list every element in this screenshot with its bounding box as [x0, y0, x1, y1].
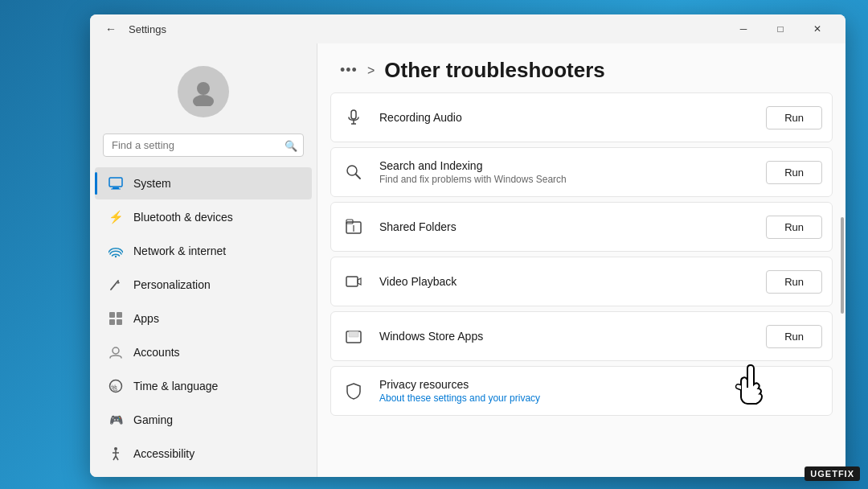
- sidebar-item-time[interactable]: 地 Time & language: [95, 370, 312, 402]
- troubleshooter-list: Recording Audio Run Search and Indexing: [317, 92, 845, 416]
- close-button[interactable]: ✕: [799, 14, 836, 43]
- window-title: Settings: [129, 23, 166, 35]
- accessibility-label: Accessibility: [133, 447, 194, 460]
- svg-rect-4: [111, 189, 121, 190]
- svg-line-24: [356, 175, 360, 179]
- apps-label: Apps: [133, 312, 159, 325]
- privacy-resources-item: Privacy resources About these settings a…: [330, 366, 833, 416]
- sidebar-item-system[interactable]: System: [95, 167, 312, 199]
- page-title: Other troubleshooters: [384, 58, 604, 83]
- gaming-icon: 🎮: [108, 412, 124, 428]
- search-box: 🔍: [103, 134, 304, 157]
- breadcrumb-dots: •••: [340, 62, 358, 79]
- shared-folders-info: Shared Folders: [379, 220, 753, 233]
- search-indexing-run-button[interactable]: Run: [766, 161, 822, 184]
- time-label: Time & language: [133, 380, 218, 392]
- sidebar-item-network[interactable]: Network & internet: [95, 235, 312, 267]
- recording-audio-name: Recording Audio: [379, 111, 753, 124]
- svg-rect-10: [109, 319, 115, 325]
- svg-point-23: [347, 166, 357, 175]
- shared-folders-name: Shared Folders: [379, 220, 753, 233]
- svg-point-0: [197, 82, 210, 95]
- video-playback-name: Video Playback: [379, 275, 753, 288]
- search-icon: 🔍: [285, 139, 297, 151]
- apps-icon: [108, 310, 124, 327]
- sidebar-item-gaming[interactable]: 🎮 Gaming: [95, 404, 312, 436]
- system-icon: [108, 175, 124, 191]
- main-content: ••• > Other troubleshooters: [317, 43, 845, 477]
- video-playback-icon: [341, 269, 366, 294]
- svg-rect-8: [109, 312, 115, 318]
- back-button[interactable]: ←: [100, 18, 122, 40]
- svg-line-6: [111, 281, 118, 290]
- sidebar: 🔍 System ⚡ Bluetooth & devices: [90, 43, 317, 477]
- accessibility-icon: [108, 446, 124, 462]
- scrollbar-track: [839, 43, 845, 477]
- recording-audio-run-button[interactable]: Run: [766, 106, 822, 129]
- svg-line-18: [113, 456, 116, 460]
- search-indexing-desc: Find and fix problems with Windows Searc…: [379, 174, 753, 185]
- troubleshooter-video-playback: Video Playback Run: [330, 257, 833, 306]
- svg-rect-30: [349, 331, 358, 337]
- gaming-label: Gaming: [133, 413, 173, 426]
- svg-rect-28: [346, 277, 358, 286]
- svg-point-15: [114, 447, 117, 450]
- svg-rect-2: [109, 178, 122, 187]
- search-indexing-name: Search and Indexing: [379, 159, 753, 172]
- svg-rect-9: [117, 312, 122, 318]
- video-playback-run-button[interactable]: Run: [766, 270, 822, 294]
- maximize-button[interactable]: □: [762, 14, 799, 43]
- window-body: 🔍 System ⚡ Bluetooth & devices: [90, 43, 845, 477]
- troubleshooter-recording-audio: Recording Audio Run: [330, 92, 833, 142]
- network-icon: [108, 243, 124, 259]
- breadcrumb-separator: >: [367, 64, 375, 78]
- sidebar-item-accounts[interactable]: Accounts: [95, 336, 312, 368]
- search-indexing-icon: [341, 159, 366, 185]
- privacy-icon: [341, 378, 366, 404]
- svg-line-19: [116, 456, 118, 460]
- svg-point-12: [113, 347, 119, 354]
- minimize-button[interactable]: ─: [725, 14, 762, 43]
- troubleshooter-shared-folders: Shared Folders Run: [330, 202, 833, 252]
- svg-rect-20: [351, 110, 356, 119]
- search-indexing-info: Search and Indexing Find and fix problem…: [379, 159, 753, 185]
- svg-point-5: [115, 256, 117, 257]
- troubleshooter-windows-store: Windows Store Apps Run: [330, 311, 833, 361]
- network-label: Network & internet: [133, 244, 226, 257]
- accounts-icon: [108, 344, 124, 360]
- accounts-label: Accounts: [133, 346, 180, 359]
- bluetooth-icon: ⚡: [108, 209, 124, 225]
- settings-window: ← Settings ─ □ ✕ 🔍: [90, 14, 845, 477]
- privacy-info: Privacy resources About these settings a…: [379, 378, 822, 404]
- sidebar-item-apps[interactable]: Apps: [95, 302, 312, 335]
- system-label: System: [133, 177, 171, 190]
- titlebar: ← Settings ─ □ ✕: [90, 14, 845, 43]
- shared-folders-run-button[interactable]: Run: [766, 216, 822, 239]
- windows-store-name: Windows Store Apps: [379, 330, 753, 343]
- search-input[interactable]: [103, 134, 304, 157]
- windows-store-info: Windows Store Apps: [379, 330, 753, 343]
- personalization-label: Personalization: [133, 278, 211, 291]
- video-playback-info: Video Playback: [379, 275, 753, 288]
- sidebar-item-bluetooth[interactable]: ⚡ Bluetooth & devices: [95, 201, 312, 233]
- windows-store-icon: [341, 323, 366, 349]
- troubleshooter-search-indexing: Search and Indexing Find and fix problem…: [330, 147, 833, 197]
- shared-folders-icon: [341, 214, 366, 240]
- bluetooth-label: Bluetooth & devices: [133, 211, 233, 224]
- scrollbar-thumb[interactable]: [841, 217, 844, 314]
- svg-text:地: 地: [110, 384, 117, 392]
- svg-rect-11: [117, 319, 122, 325]
- avatar: [178, 66, 229, 117]
- user-avatar-section: [90, 53, 317, 134]
- window-controls: ─ □ ✕: [725, 14, 836, 43]
- recording-audio-icon: [341, 105, 366, 130]
- page-header: ••• > Other troubleshooters: [317, 43, 845, 92]
- personalization-icon: [108, 277, 124, 293]
- sidebar-item-personalization[interactable]: Personalization: [95, 269, 312, 301]
- privacy-link[interactable]: About these settings and your privacy: [379, 392, 822, 404]
- svg-point-1: [193, 95, 214, 106]
- time-icon: 地: [108, 378, 124, 394]
- watermark: UGETFIX: [805, 466, 860, 481]
- windows-store-run-button[interactable]: Run: [766, 325, 822, 348]
- sidebar-item-accessibility[interactable]: Accessibility: [95, 438, 312, 470]
